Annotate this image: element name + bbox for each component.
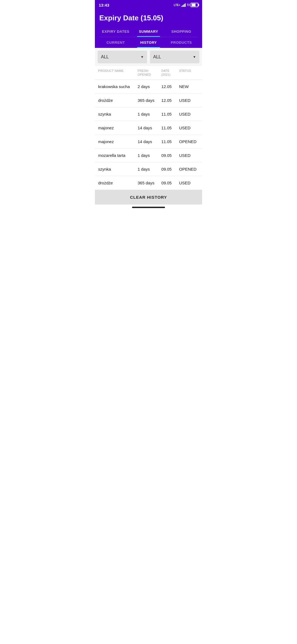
status-time: 13:43 bbox=[99, 3, 109, 7]
chevron-down-icon: ▼ bbox=[193, 55, 196, 59]
cell-product-name: mozarella tarta bbox=[98, 152, 138, 158]
table-row: krakowska sucha 2 days 12.05 NEW bbox=[95, 80, 202, 94]
col-date: DATE (2021) bbox=[161, 69, 179, 77]
cell-status: OPENED bbox=[179, 166, 199, 172]
lte-indicator: LTE+ bbox=[174, 4, 180, 7]
battery-icon bbox=[191, 3, 198, 7]
history-table: PRODUCT NAME FRESH OPENED DATE (2021) ST… bbox=[95, 66, 202, 190]
col-product-name: PRODUCT NAME bbox=[98, 69, 138, 77]
table-header: PRODUCT NAME FRESH OPENED DATE (2021) ST… bbox=[95, 66, 202, 80]
cell-fresh-opened: 14 days bbox=[138, 139, 161, 144]
table-row: drożdże 365 days 12.05 USED bbox=[95, 94, 202, 107]
app-header: Expiry Date (15.05) EXPIRY DATES SUMMARY… bbox=[95, 10, 202, 48]
tab-products[interactable]: PRODUCTS bbox=[165, 37, 198, 48]
cell-product-name: drożdże bbox=[98, 97, 138, 103]
table-row: majonez 14 days 11.05 USED bbox=[95, 121, 202, 135]
table-row: mozarella tarta 1 days 09.05 USED bbox=[95, 149, 202, 162]
top-tabs: EXPIRY DATES SUMMARY SHOPPING bbox=[99, 26, 198, 37]
secondary-tabs: CURRENT HISTORY PRODUCTS bbox=[99, 37, 198, 48]
tab-expiry-dates[interactable]: EXPIRY DATES bbox=[99, 26, 132, 37]
table-row: majonez 14 days 11.05 OPENED bbox=[95, 135, 202, 149]
cell-fresh-opened: 2 days bbox=[138, 84, 161, 89]
cell-product-name: szynka bbox=[98, 166, 138, 172]
cell-status: USED bbox=[179, 111, 199, 117]
cell-status: NEW bbox=[179, 84, 199, 89]
cell-fresh-opened: 365 days bbox=[138, 180, 161, 186]
cell-date: 12.05 bbox=[161, 97, 179, 103]
cell-fresh-opened: 1 days bbox=[138, 152, 161, 158]
home-bar bbox=[132, 207, 165, 208]
tab-summary[interactable]: SUMMARY bbox=[132, 26, 165, 37]
cell-date: 11.05 bbox=[161, 125, 179, 131]
tab-shopping[interactable]: SHOPPING bbox=[165, 26, 198, 37]
cell-product-name: drożdże bbox=[98, 180, 138, 186]
cell-date: 11.05 bbox=[161, 139, 179, 144]
cell-product-name: krakowska sucha bbox=[98, 84, 138, 89]
cell-fresh-opened: 1 days bbox=[138, 111, 161, 117]
battery-percent: 72 bbox=[187, 3, 190, 7]
filter-left-value: ALL bbox=[101, 54, 109, 59]
clear-history-button[interactable]: CLEAR HISTORY bbox=[95, 190, 202, 204]
status-bar: 13:43 LTE+ 72 bbox=[95, 0, 202, 10]
cell-product-name: szynka bbox=[98, 111, 138, 117]
cell-product-name: majonez bbox=[98, 139, 138, 144]
cell-fresh-opened: 365 days bbox=[138, 97, 161, 103]
filter-right-dropdown[interactable]: ALL ▼ bbox=[150, 51, 199, 63]
cell-fresh-opened: 14 days bbox=[138, 125, 161, 131]
tab-current[interactable]: CURRENT bbox=[99, 37, 132, 48]
chevron-down-icon: ▼ bbox=[141, 55, 144, 59]
cell-date: 11.05 bbox=[161, 111, 179, 117]
cell-fresh-opened: 1 days bbox=[138, 166, 161, 172]
cell-status: USED bbox=[179, 97, 199, 103]
cell-date: 12.05 bbox=[161, 84, 179, 89]
status-icons: LTE+ 72 bbox=[174, 3, 198, 7]
app-title: Expiry Date (15.05) bbox=[99, 14, 198, 26]
home-indicator bbox=[95, 204, 202, 210]
table-row: szynka 1 days 11.05 USED bbox=[95, 107, 202, 121]
signal-bars bbox=[182, 3, 186, 7]
filter-row: ALL ▼ ALL ▼ bbox=[95, 48, 202, 66]
col-status: STATUS bbox=[179, 69, 199, 77]
clear-history-container: CLEAR HISTORY bbox=[95, 190, 202, 204]
cell-product-name: majonez bbox=[98, 125, 138, 131]
table-row: drożdże 365 days 09.05 USED bbox=[95, 176, 202, 190]
filter-right-value: ALL bbox=[153, 54, 161, 59]
table-row: szynka 1 days 09.05 OPENED bbox=[95, 162, 202, 176]
cell-status: USED bbox=[179, 180, 199, 186]
filter-left-dropdown[interactable]: ALL ▼ bbox=[98, 51, 147, 63]
cell-status: USED bbox=[179, 152, 199, 158]
cell-status: OPENED bbox=[179, 139, 199, 144]
cell-date: 09.05 bbox=[161, 180, 179, 186]
cell-date: 09.05 bbox=[161, 166, 179, 172]
cell-date: 09.05 bbox=[161, 152, 179, 158]
tab-history[interactable]: HISTORY bbox=[132, 37, 165, 48]
cell-status: USED bbox=[179, 125, 199, 131]
col-fresh-opened: FRESH OPENED bbox=[138, 69, 161, 77]
